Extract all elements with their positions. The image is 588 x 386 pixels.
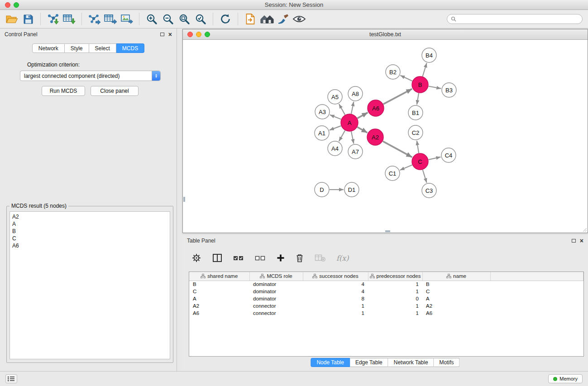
memory-button[interactable]: Memory xyxy=(548,374,583,383)
save-session-button[interactable] xyxy=(20,11,36,27)
table-row[interactable]: A6connector11A6 xyxy=(189,310,583,317)
graph-node-A3[interactable]: A3 xyxy=(315,105,330,119)
network-close-button[interactable] xyxy=(187,32,193,37)
graph-edge-A-A5[interactable] xyxy=(339,104,345,115)
graph-node-C3[interactable]: C3 xyxy=(422,183,436,198)
graph-node-A4[interactable]: A4 xyxy=(328,141,342,156)
graph-node-B1[interactable]: B1 xyxy=(408,105,423,120)
column-header-MCDS-role[interactable]: MCDS role xyxy=(249,272,303,281)
graph-edge-C-C4[interactable] xyxy=(429,157,441,160)
column-header-predecessor-nodes[interactable]: predecessor nodes xyxy=(368,272,422,281)
float-table-panel-icon[interactable] xyxy=(572,239,576,243)
export-table-button[interactable] xyxy=(102,11,119,27)
delete-row-button[interactable] xyxy=(296,253,304,262)
search-input[interactable] xyxy=(459,16,578,22)
first-neighbors-button[interactable] xyxy=(242,11,258,27)
show-columns-button[interactable] xyxy=(212,253,222,262)
graph-edge-B-B3[interactable] xyxy=(429,86,441,89)
network-window-titlebar[interactable]: testGlobe.txt xyxy=(183,29,588,40)
column-header-successor-nodes[interactable]: successor nodes xyxy=(303,272,368,281)
graph-edge-C-C1[interactable] xyxy=(400,165,412,170)
vertical-scroll-indicator[interactable] xyxy=(183,197,185,202)
mcds-result-item[interactable]: C xyxy=(12,235,167,242)
graph-edge-A-A3[interactable] xyxy=(330,115,341,119)
table-settings-button[interactable] xyxy=(191,253,201,263)
float-panel-icon[interactable] xyxy=(160,33,164,36)
tab-network-table[interactable]: Network Table xyxy=(388,358,434,367)
graph-edge-C-C2[interactable] xyxy=(417,141,419,153)
graph-node-B[interactable]: B xyxy=(412,76,428,93)
graph-node-A5[interactable]: A5 xyxy=(328,90,342,104)
table-row[interactable]: Bdominator41B xyxy=(189,281,583,288)
node-table[interactable]: shared nameMCDS rolesuccessor nodesprede… xyxy=(189,272,584,357)
graph-edge-A-A7[interactable] xyxy=(351,132,354,144)
graph-node-B3[interactable]: B3 xyxy=(442,83,456,97)
graph-node-B4[interactable]: B4 xyxy=(422,48,436,62)
graph-node-A6[interactable]: A6 xyxy=(368,100,384,116)
network-canvas[interactable]: B4B2BB3B1A5A8A6A3AA1A2C2A4A7C4CC1C3DD1 xyxy=(183,40,588,233)
graph-edge-C-C3[interactable] xyxy=(423,170,427,183)
zoom-fit-button[interactable] xyxy=(176,11,192,27)
import-network-button[interactable] xyxy=(45,11,61,27)
close-window-button[interactable] xyxy=(5,2,10,8)
mcds-result-item[interactable]: A xyxy=(12,220,167,228)
graph-node-C1[interactable]: C1 xyxy=(385,166,400,181)
style-brush-button[interactable] xyxy=(275,11,291,27)
graph-edge-A2-C[interactable] xyxy=(383,141,412,157)
delete-table-button[interactable] xyxy=(315,254,325,262)
criterion-dropdown[interactable]: largest connected component (directed) ▲… xyxy=(20,71,161,81)
graph-node-B2[interactable]: B2 xyxy=(386,65,400,79)
export-network-button[interactable] xyxy=(86,11,102,27)
close-panel-button[interactable]: Close panel xyxy=(91,86,139,96)
graph-node-C2[interactable]: C2 xyxy=(408,125,423,140)
close-table-panel-icon[interactable]: × xyxy=(580,238,583,243)
tab-mcds[interactable]: MCDS xyxy=(116,43,144,53)
add-row-button[interactable] xyxy=(277,254,285,262)
graph-edge-B-B2[interactable] xyxy=(400,76,412,81)
close-panel-icon[interactable]: × xyxy=(168,32,172,37)
graph-edge-A6-B[interactable] xyxy=(383,89,412,104)
graph-edge-B-B4[interactable] xyxy=(423,63,427,76)
zoom-out-button[interactable] xyxy=(160,11,176,27)
graph-edge-A-A8[interactable] xyxy=(351,102,354,114)
network-zoom-button[interactable] xyxy=(205,32,210,37)
tab-node-table[interactable]: Node Table xyxy=(311,358,350,367)
graph-edge-A-A6[interactable] xyxy=(358,113,368,119)
apply-layout-button[interactable] xyxy=(217,11,234,27)
mcds-result-item[interactable]: A2 xyxy=(12,213,167,220)
graph-node-A[interactable]: A xyxy=(341,114,358,131)
tab-style[interactable]: Style xyxy=(65,43,89,53)
graph-edge-A-A1[interactable] xyxy=(330,126,341,130)
zoom-window-button[interactable] xyxy=(14,2,19,8)
tab-select[interactable]: Select xyxy=(89,43,116,53)
mcds-result-item[interactable]: B xyxy=(12,228,167,235)
graph-node-D1[interactable]: D1 xyxy=(344,182,359,197)
graph-node-C[interactable]: C xyxy=(412,153,428,170)
zoom-in-button[interactable] xyxy=(143,11,160,27)
mcds-result-item[interactable]: A6 xyxy=(12,242,167,249)
zoom-selected-button[interactable] xyxy=(192,11,209,27)
graph-node-A1[interactable]: A1 xyxy=(315,126,329,140)
column-header-shared-name[interactable]: shared name xyxy=(189,272,249,281)
graph-edge-A-A2[interactable] xyxy=(357,127,367,133)
graph-node-A8[interactable]: A8 xyxy=(348,86,363,101)
tab-motifs[interactable]: Motifs xyxy=(434,358,460,367)
mcds-result-list[interactable]: A2ABCA6 xyxy=(10,211,170,359)
task-history-button[interactable] xyxy=(5,374,17,383)
table-row[interactable]: A2connector11A2 xyxy=(189,302,583,310)
home-button[interactable] xyxy=(258,11,275,27)
show-graphics-details-button[interactable] xyxy=(291,11,307,27)
graph-node-A7[interactable]: A7 xyxy=(348,144,363,159)
network-graph[interactable]: B4B2BB3B1A5A8A6A3AA1A2C2A4A7C4CC1C3DD1 xyxy=(183,40,588,233)
deselect-all-button[interactable] xyxy=(255,254,266,262)
table-row[interactable]: Adominator80A xyxy=(189,295,583,302)
graph-node-A2[interactable]: A2 xyxy=(367,129,383,145)
search-box[interactable] xyxy=(447,14,583,24)
graph-edge-B-B1[interactable] xyxy=(417,93,419,105)
export-image-button[interactable] xyxy=(119,11,135,27)
select-all-button[interactable] xyxy=(233,254,244,262)
horizontal-scroll-indicator[interactable] xyxy=(385,230,390,232)
function-builder-button[interactable]: f(x) xyxy=(336,254,349,262)
graph-node-C4[interactable]: C4 xyxy=(441,148,456,162)
graph-edge-A-A4[interactable] xyxy=(339,130,345,141)
